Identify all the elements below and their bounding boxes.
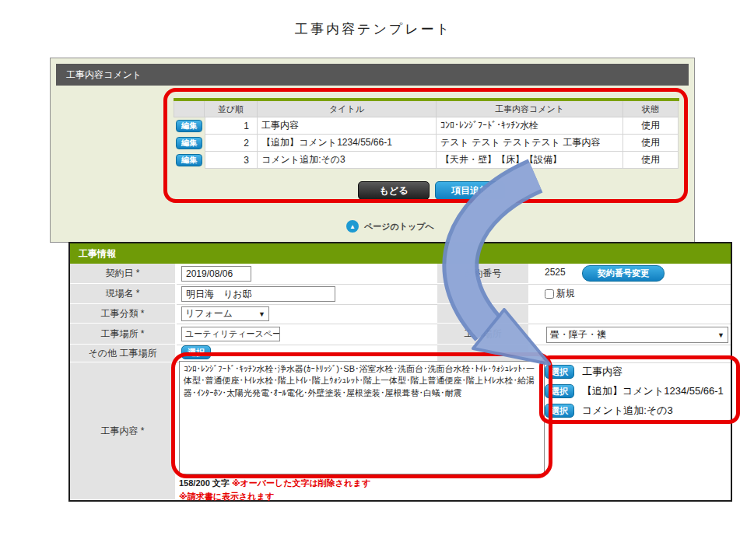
new-checkbox-label: 新規 xyxy=(556,287,575,300)
category-select[interactable]: リフォーム ▼ xyxy=(181,306,269,321)
info-panel-header: 工事情報 xyxy=(70,243,731,264)
invoice-note: ※請求書に表示されます xyxy=(179,491,274,502)
row-title: コメント追加:その3 xyxy=(258,152,437,169)
contract-number-value: 2525 xyxy=(545,267,566,278)
location-select[interactable]: ユーティリティースペース ▼ xyxy=(181,327,280,341)
template-item: 選択 コメント追加:その3 xyxy=(545,404,673,418)
label-blank xyxy=(437,345,528,362)
row-status: 使用 xyxy=(623,135,679,152)
page-top-icon: ▲ xyxy=(346,220,359,233)
template-item: 選択 工事内容 xyxy=(545,365,622,379)
content-textarea[interactable]: ｺﾝﾛ･ﾚﾝｼﾞﾌｰﾄﾞ･ｷｯﾁﾝ水栓･浄水器(ｶｰﾄﾘｯｼﾞ)･SB･浴室水栓… xyxy=(179,361,545,474)
char-count: 158/200 文字 xyxy=(179,478,230,488)
row-comment: ｺﾝﾛ･ﾚﾝｼﾞﾌｰﾄﾞ･ｷｯﾁﾝ水栓 xyxy=(437,117,623,135)
column-header-edit xyxy=(174,101,205,117)
slide-canvas: 工事内容テンプレート 工事内容コメント 並び順 タイトル 工事内容コメント 状態… xyxy=(0,0,747,560)
edit-button[interactable]: 編集 xyxy=(176,137,202,149)
page-top-link[interactable]: ▲ ページのトップへ xyxy=(346,220,434,233)
template-item-label: 【追加】コメント1234/55/66-1 xyxy=(582,384,724,398)
label-other-location: その他 工事場所 xyxy=(70,345,175,362)
table-row: 編集 3 コメント追加:その3 【天井・壁】【床】【設備】 使用 xyxy=(174,152,679,169)
category-select-value: リフォーム xyxy=(185,307,233,320)
row-comment: テスト テスト テストテスト 工事内容 xyxy=(437,135,623,152)
over-note: ※オーバーした文字は削除されます xyxy=(232,478,370,488)
site-name-input[interactable] xyxy=(181,286,335,302)
template-item: 選択 【追加】コメント1234/55/66-1 xyxy=(545,384,724,398)
template-item-label: コメント追加:その3 xyxy=(582,404,673,418)
comment-panel: 工事内容コメント 並び順 タイトル 工事内容コメント 状態 編集 1 工事内容 … xyxy=(50,58,695,243)
info-panel: 工事情報 契約日 * 現場名 * 工事分類 * 工事場所 * その他 工事場所 … xyxy=(68,242,732,502)
row-status: 使用 xyxy=(623,152,679,169)
page-top-label: ページのトップへ xyxy=(364,221,434,233)
template-item-label: 工事内容 xyxy=(582,365,622,379)
location2-select[interactable]: 畳・障子・襖 ▼ xyxy=(546,327,728,343)
column-header-order: 並び順 xyxy=(205,101,258,117)
location2-select-value: 畳・障子・襖 xyxy=(550,328,606,341)
column-header-status: 状態 xyxy=(623,101,679,117)
other-location-select-button[interactable]: 選択 xyxy=(181,345,211,359)
new-checkbox[interactable] xyxy=(545,289,554,299)
row-order: 2 xyxy=(205,135,258,152)
location-select-value: ユーティリティースペース xyxy=(185,328,280,340)
label-location: 工事場所 * xyxy=(70,324,175,345)
back-button[interactable]: もどる xyxy=(358,181,430,200)
add-item-button[interactable]: 項目追加 xyxy=(435,181,505,200)
change-contract-number-button[interactable]: 契約番号変更 xyxy=(582,265,665,282)
chevron-down-icon: ▼ xyxy=(717,331,724,339)
page-title: 工事内容テンプレート xyxy=(0,20,747,38)
table-header-row: 並び順 タイトル 工事内容コメント 状態 xyxy=(174,101,679,117)
edit-button[interactable]: 編集 xyxy=(176,154,202,166)
edit-button[interactable]: 編集 xyxy=(176,120,202,132)
row-status: 使用 xyxy=(623,117,679,135)
chevron-down-icon: ▼ xyxy=(258,310,265,318)
table-row: 編集 2 【追加】コメント1234/55/66-1 テスト テスト テストテスト… xyxy=(174,135,679,152)
label-blank xyxy=(437,304,528,324)
template-select-button[interactable]: 選択 xyxy=(545,365,574,379)
label-contract-no: 契約番号 xyxy=(437,264,528,284)
label-site-name: 現場名 * xyxy=(70,284,175,304)
char-count-line: 158/200 文字 ※オーバーした文字は削除されます xyxy=(179,478,370,489)
row-order: 1 xyxy=(205,117,258,135)
table-row: 編集 1 工事内容 ｺﾝﾛ･ﾚﾝｼﾞﾌｰﾄﾞ･ｷｯﾁﾝ水栓 使用 xyxy=(174,117,679,135)
comment-table: 並び順 タイトル 工事内容コメント 状態 編集 1 工事内容 ｺﾝﾛ･ﾚﾝｼﾞﾌ… xyxy=(174,98,679,169)
contract-date-input[interactable] xyxy=(181,266,251,282)
column-header-title: タイトル xyxy=(258,101,437,117)
column-header-comment: 工事内容コメント xyxy=(437,101,623,117)
label-location2: 工事場所 xyxy=(437,324,528,345)
comment-panel-header: 工事内容コメント xyxy=(56,64,689,86)
row-comment: 【天井・壁】【床】【設備】 xyxy=(437,152,623,169)
label-contract-date: 契約日 * xyxy=(70,264,175,284)
row-order: 3 xyxy=(205,152,258,169)
label-category: 工事分類 * xyxy=(70,304,175,324)
row-title: 工事内容 xyxy=(258,117,437,135)
template-select-button[interactable]: 選択 xyxy=(545,384,574,398)
label-content: 工事内容 * xyxy=(70,362,175,500)
template-select-button[interactable]: 選択 xyxy=(545,404,574,418)
label-blank xyxy=(437,284,528,304)
new-checkbox-row: 新規 xyxy=(545,287,575,300)
row-title: 【追加】コメント1234/55/66-1 xyxy=(258,135,437,152)
